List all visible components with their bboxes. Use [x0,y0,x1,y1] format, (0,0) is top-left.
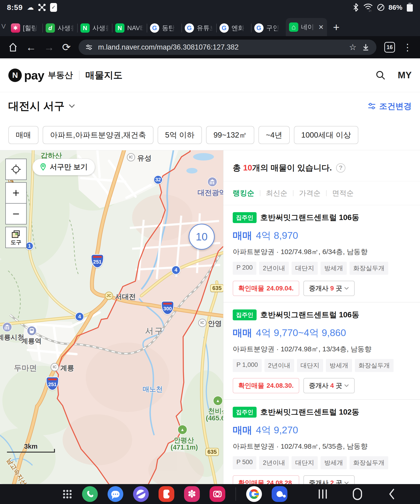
google-icon[interactable] [246,486,262,502]
agents-dropdown-button[interactable]: 중개사 2곳 [303,475,355,484]
url-bar[interactable]: m.land.naver.com/map/36.3081076:127.382 … [79,40,377,55]
recents-icon[interactable] [319,489,327,499]
listing-card[interactable]: 집주인 호반써밋그랜드센트럴 106동 매매 4억 8,970 아파트분양권 ·… [223,205,420,302]
listing-tags: P 500 2년이내 대단지 방세개 화장실두개 [233,456,411,469]
region-filter-row: 대전시 서구 조건변경 [0,92,420,120]
smartthings-icon [38,3,46,11]
sort-area[interactable]: 면적순 [332,188,354,198]
internet-browser-icon[interactable] [133,486,149,502]
confirmed-listing-button[interactable]: 확인매물24.08.28. [233,475,299,484]
map-canvas[interactable] [0,150,223,484]
site-settings-icon[interactable] [85,43,93,51]
sort-ranking[interactable]: 랭킹순 [233,188,254,198]
mountain-icon: ▲ [177,425,187,434]
phone-icon[interactable] [82,486,98,502]
browser-toolbar: ← → ⟳ m.land.naver.com/map/36.3081076:12… [0,36,420,58]
mountain-elev-cheonbisan: (465.6m [206,414,223,422]
sort-price[interactable]: 가격순 [299,188,321,198]
download-icon[interactable] [362,43,370,51]
listing-title: 호반써밋그랜드센트럴 106동 [260,310,359,320]
browser-tab-google-4[interactable]: G 구인 [251,20,286,36]
listing-title: 호반써밋그랜드센트럴 102동 [260,407,359,417]
flower-gallery-icon[interactable]: ✽ [184,486,200,502]
battery-icon [407,3,413,12]
url-text[interactable]: m.land.naver.com/map/36.3081076:127.382 [98,43,344,51]
bookmark-star-icon[interactable]: ☆ [349,42,357,52]
listing-price: 4억 9,770~4억 9,860 [256,326,346,339]
naver-pay-header: N pay 부동산 매물지도 MY [0,58,420,92]
ic-anyeong-label: 안영 [208,319,222,328]
district-label-seogu: 서구 [145,325,164,337]
filter-sliders-icon [367,102,377,110]
new-tab-button[interactable]: + [333,22,340,33]
browser-tab-google-3[interactable]: G 엔화 [216,20,251,36]
listing-tags: P 1,000 2년이내 대단지 방세개 화장실두개 [233,359,411,372]
home-icon[interactable] [353,488,362,500]
back-icon[interactable] [388,488,395,500]
listing-card[interactable]: 집주인 호반써밋그랜드센트럴 102동 매매 4억 9,270 아파트분양권 ·… [223,400,420,484]
browser-tab-google-1[interactable]: G 동탄 [147,20,182,36]
sort-newest[interactable]: 최신순 [266,188,287,198]
reload-button[interactable]: ⟳ [62,42,71,52]
current-location-button[interactable] [5,159,27,180]
change-conditions-button[interactable]: 조건변경 [367,101,412,112]
home-button[interactable] [8,42,18,52]
browser-tab-google-2[interactable]: G 유튜브 [182,20,216,36]
route-32-marker: 32 [153,175,163,184]
listing-title: 호반써밋그랜드센트럴 106동 [260,212,359,223]
browser-menu-icon[interactable]: ⋮ [403,42,412,53]
tab-count-button[interactable]: 16 [384,42,395,53]
apps-grid-icon[interactable] [62,489,72,499]
map-scale: 3km [7,443,55,453]
naver-pay-logo[interactable]: N [8,69,22,82]
chip-area[interactable]: 99~132㎡ [206,126,254,144]
browser-tab-naver-2[interactable]: N NAVER [112,20,147,36]
browser-tab-daum[interactable]: d 사생활 [43,20,77,36]
chip-property-type[interactable]: 아파트,아파트분양권,재건축 [43,126,153,144]
mountain-icon: ▲ [213,396,223,406]
confirmed-listing-button[interactable]: 확인매물24.08.30. [233,378,299,393]
listing-card[interactable]: 집주인 호반써밋그랜드센트럴 106동 매매 4억 9,770~4억 9,860… [223,302,420,400]
blue-app-icon[interactable] [272,486,287,502]
chip-price[interactable]: 5억 이하 [158,126,202,144]
chip-age[interactable]: ~4년 [258,126,290,144]
filter-chips-row: 매매 아파트,아파트분양권,재건축 5억 이하 99~132㎡ ~4년 1000… [0,120,420,150]
map-tools-button[interactable]: 도구 [5,227,27,248]
zoom-out-button[interactable]: − [5,203,27,224]
my-menu[interactable]: MY [398,70,412,80]
zoom-in-button[interactable]: + [5,182,27,204]
browser-tab-active-naver-land[interactable]: ⌂ 네이버 ✕ [286,18,327,36]
service-label[interactable]: 부동산 [48,70,73,81]
government-building-icon [2,322,12,332]
checkbox-status-icon: ✓ [50,3,57,12]
browser-tab-healing[interactable]: ✱ [힐링 [8,20,43,36]
browser-tab-naver-1[interactable]: N 사생활 [77,20,112,36]
listing-cluster-marker[interactable]: 10 [189,224,215,250]
camera-app-icon[interactable] [210,486,225,502]
chip-trade-type[interactable]: 매매 [8,126,38,144]
region-selector[interactable]: 대전시 서구 [8,99,75,113]
red-app-icon[interactable] [158,486,174,502]
battery-percent: 86% [389,3,402,11]
agents-dropdown-button[interactable]: 중개사 9곳 [303,281,355,296]
map-view[interactable]: 호남고속지선 남고속지선 갑하산 (468.7m) IC 유성 대전광역시 JC… [0,150,223,484]
search-icon[interactable] [376,70,386,80]
google-favicon: G [150,23,159,33]
back-button[interactable]: ← [26,42,36,52]
cut-tab-label[interactable]: V [1,23,6,30]
view-district-only-button[interactable]: 서구만 보기 [32,159,95,175]
agents-dropdown-button[interactable]: 중개사 4곳 [303,378,355,393]
ic-yuseong-label: 유성 [137,153,152,163]
listing-spec: 아파트분양권 · 102/74.98㎡, 13/34층, 남동향 [233,344,411,354]
confirmed-listing-button[interactable]: 확인매물24.09.04. [233,281,299,296]
messages-icon[interactable] [108,486,123,502]
route-4-marker: 4 [75,312,84,321]
help-icon[interactable]: ? [336,163,345,173]
pay-logo-text[interactable]: pay [24,68,44,82]
route-4-marker: 4 [171,265,181,275]
forward-button[interactable]: → [44,42,54,52]
tab-close-icon[interactable]: ✕ [318,23,323,31]
chip-households[interactable]: 1000세대 이상 [294,126,359,144]
listing-spec: 아파트분양권 · 102/74.98㎡, 6/34층, 남동향 [233,247,411,257]
route-635-badge: 635 [210,284,223,292]
